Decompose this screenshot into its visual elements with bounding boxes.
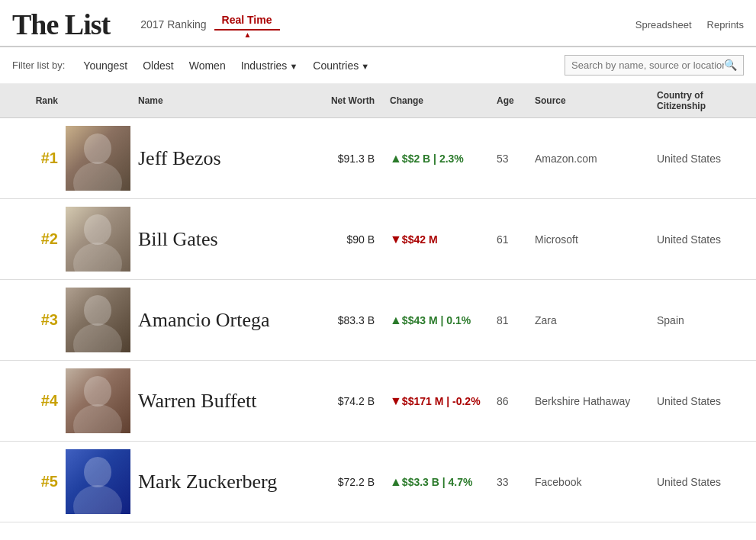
person-networth: $91.3 B (298, 153, 375, 165)
col-header-name: Name (130, 95, 298, 106)
svg-point-1 (84, 133, 111, 164)
nav-2017-ranking[interactable]: 2017 Ranking (133, 15, 214, 34)
person-change: ▲$$43 M | 0.1% (375, 313, 497, 327)
person-country: Spain (657, 314, 744, 326)
search-box: 🔍 (565, 55, 744, 76)
svg-point-7 (84, 295, 111, 326)
header-right: Spreadsheet Reprints (635, 19, 744, 31)
person-networth: $90 B (298, 233, 375, 246)
table-header: Rank Name Net Worth Change Age Source Co… (0, 84, 756, 118)
search-input[interactable] (571, 59, 724, 71)
person-rank: #2 (12, 230, 66, 248)
table-row[interactable]: #2 Bill Gates $90 B ▼$$42 M 61 Microsoft… (0, 199, 756, 280)
person-networth: $72.2 B (298, 476, 375, 488)
person-country: United States (657, 233, 744, 246)
person-change: ▲$$2 B | 2.3% (375, 152, 497, 166)
search-icon[interactable]: 🔍 (724, 59, 737, 72)
nav-real-time[interactable]: Real Time (214, 11, 280, 31)
svg-point-10 (84, 376, 111, 407)
person-age: 61 (497, 233, 535, 246)
col-header-rank: Rank (12, 95, 66, 106)
person-age: 86 (497, 395, 535, 407)
person-change: ▼$$171 M | -0.2% (375, 394, 497, 408)
table-row[interactable]: #1 Jeff Bezos $91.3 B ▲$$2 B | 2.3% 53 A… (0, 118, 756, 199)
avatar (66, 126, 130, 191)
person-networth: $83.3 B (298, 314, 375, 326)
filter-bar: Filter list by: Youngest Oldest Women In… (0, 47, 756, 84)
person-source: Berkshire Hathaway (535, 395, 657, 407)
person-name: Bill Gates (130, 228, 298, 251)
svg-point-13 (84, 457, 111, 487)
reprints-link[interactable]: Reprints (707, 19, 744, 31)
person-country: United States (657, 153, 744, 165)
filter-industries[interactable]: Industries (233, 57, 306, 74)
person-source: Amazon.com (535, 153, 657, 165)
filter-youngest[interactable]: Youngest (76, 57, 135, 74)
spreadsheet-link[interactable]: Spreadsheet (635, 19, 692, 31)
nav-links: 2017 Ranking Real Time ▲ (133, 11, 279, 39)
person-age: 81 (497, 314, 535, 326)
filter-oldest[interactable]: Oldest (135, 57, 181, 74)
nav-active-indicator: ▲ (244, 31, 252, 39)
person-rank: #4 (12, 392, 66, 410)
avatar (66, 207, 130, 272)
site-title: The List (12, 8, 110, 41)
avatar (66, 288, 130, 352)
person-rank: #5 (12, 473, 66, 490)
person-source: Facebook (535, 476, 657, 488)
person-name: Warren Buffett (130, 390, 298, 413)
person-rank: #3 (12, 311, 66, 329)
col-header-age: Age (497, 95, 535, 106)
avatar (66, 368, 130, 433)
person-change: ▲$$3.3 B | 4.7% (375, 475, 497, 489)
table-body: #1 Jeff Bezos $91.3 B ▲$$2 B | 2.3% 53 A… (0, 118, 756, 522)
person-change: ▼$$42 M (375, 233, 497, 246)
col-header-country: Country of Citizenship (657, 90, 744, 111)
avatar (66, 449, 130, 514)
filter-women[interactable]: Women (182, 57, 233, 74)
person-country: United States (657, 476, 744, 488)
person-source: Microsoft (535, 233, 657, 246)
person-country: United States (657, 395, 744, 407)
col-header-networth: Net Worth (298, 95, 375, 106)
table-row[interactable]: #5 Mark Zuckerberg $72.2 B ▲$$3.3 B | 4.… (0, 442, 756, 522)
header: The List 2017 Ranking Real Time ▲ Spread… (0, 0, 756, 47)
person-name: Mark Zuckerberg (130, 471, 298, 493)
svg-point-4 (84, 214, 111, 245)
person-age: 33 (497, 476, 535, 488)
person-rank: #1 (12, 149, 66, 167)
person-source: Zara (535, 314, 657, 326)
col-header-source: Source (535, 95, 657, 106)
person-networth: $74.2 B (298, 395, 375, 407)
col-header-change: Change (375, 95, 497, 106)
person-age: 53 (497, 153, 535, 165)
filter-countries[interactable]: Countries (305, 57, 377, 74)
table-row[interactable]: #4 Warren Buffett $74.2 B ▼$$171 M | -0.… (0, 361, 756, 442)
person-name: Amancio Ortega (130, 309, 298, 332)
table-row[interactable]: #3 Amancio Ortega $83.3 B ▲$$43 M | 0.1%… (0, 280, 756, 361)
filter-label: Filter list by: (12, 59, 65, 71)
person-name: Jeff Bezos (130, 147, 298, 170)
